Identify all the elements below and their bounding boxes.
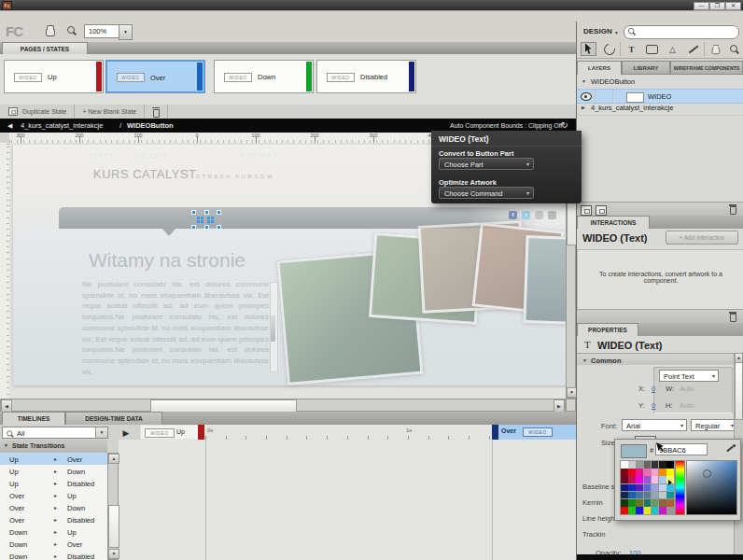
color-swatch[interactable] bbox=[644, 484, 652, 492]
new-layer-icon[interactable] bbox=[581, 205, 592, 216]
canvas-horizontal-scrollbar[interactable]: ◀ ▶ bbox=[0, 399, 566, 412]
transition-row[interactable]: Over▸Down bbox=[0, 501, 107, 514]
over-state-block[interactable]: Over WIDEO bbox=[492, 425, 576, 440]
new-blank-state-button[interactable]: + New Blank State bbox=[75, 105, 145, 119]
layer-row-wideo[interactable]: WIDEO bbox=[577, 89, 743, 104]
color-swatch[interactable] bbox=[652, 499, 659, 507]
color-swatch[interactable] bbox=[659, 484, 666, 492]
color-swatch[interactable] bbox=[636, 492, 643, 499]
color-swatch[interactable] bbox=[652, 507, 659, 514]
chevron-down-icon[interactable]: ▼ bbox=[614, 30, 619, 35]
breadcrumb-path[interactable]: 4_kurs_catalyst_interakcje bbox=[21, 119, 103, 133]
color-swatch[interactable] bbox=[628, 461, 636, 469]
transition-row[interactable]: Down▸Disabled bbox=[0, 550, 107, 560]
delete-layer-icon[interactable] bbox=[729, 204, 736, 214]
color-swatch[interactable] bbox=[666, 492, 674, 499]
restore-button[interactable]: ❐ bbox=[709, 2, 725, 10]
tab-layers[interactable]: LAYERS bbox=[577, 61, 622, 75]
polygon-tool[interactable]: △ bbox=[665, 42, 680, 56]
play-button[interactable]: ▶ bbox=[114, 427, 138, 439]
color-swatch[interactable] bbox=[621, 484, 628, 492]
color-swatch[interactable] bbox=[644, 499, 652, 507]
color-swatch[interactable] bbox=[621, 492, 628, 499]
layer-root-row[interactable]: ▶ 4_kurs_catalyst_interakcje bbox=[577, 104, 743, 116]
line-tool[interactable] bbox=[685, 42, 701, 56]
color-swatch[interactable] bbox=[628, 469, 636, 476]
color-swatch[interactable] bbox=[644, 507, 652, 514]
scroll-down-arrow[interactable]: ▼ bbox=[108, 549, 119, 559]
transform-tool[interactable] bbox=[601, 42, 617, 56]
scroll-thumb[interactable] bbox=[735, 362, 743, 420]
hand-tool[interactable] bbox=[708, 42, 723, 56]
zoom-tool[interactable] bbox=[726, 42, 742, 56]
back-icon[interactable]: ◀ bbox=[7, 119, 12, 133]
color-swatch[interactable] bbox=[644, 492, 652, 499]
color-swatch[interactable] bbox=[652, 484, 659, 492]
state-card-over[interactable]: WIDEO Over bbox=[105, 60, 205, 93]
color-swatch[interactable] bbox=[621, 499, 628, 507]
pages-states-tab[interactable]: PAGES / STATES bbox=[2, 42, 88, 55]
color-swatch[interactable] bbox=[628, 492, 636, 499]
color-swatch[interactable] bbox=[659, 492, 666, 499]
filter-dropdown-arrow[interactable]: ▼ bbox=[95, 427, 107, 438]
transition-row[interactable]: Up▸Disabled bbox=[0, 477, 107, 490]
zoom-tool-icon[interactable] bbox=[66, 25, 77, 36]
color-swatch[interactable] bbox=[652, 469, 659, 476]
color-swatch[interactable] bbox=[621, 469, 628, 476]
selection-handle[interactable] bbox=[204, 225, 209, 230]
transition-row[interactable]: Down▸Over bbox=[0, 538, 107, 551]
color-swatch[interactable] bbox=[636, 476, 643, 483]
scroll-thumb[interactable] bbox=[108, 505, 119, 548]
selection-handle[interactable] bbox=[191, 225, 196, 230]
tab-properties[interactable]: PROPERTIES bbox=[577, 323, 638, 337]
transition-row[interactable]: Over▸Up bbox=[0, 489, 107, 502]
choose-part-dropdown[interactable]: Choose Part bbox=[439, 158, 534, 170]
color-swatch[interactable] bbox=[644, 469, 652, 476]
color-swatch[interactable] bbox=[652, 492, 659, 499]
color-swatch[interactable] bbox=[644, 461, 652, 469]
search-box[interactable] bbox=[624, 25, 739, 39]
color-swatch[interactable] bbox=[666, 499, 674, 507]
disclosure-triangle-icon[interactable]: ▼ bbox=[582, 78, 586, 84]
selection-handle[interactable] bbox=[204, 210, 209, 215]
transition-row[interactable]: Up▸Down bbox=[0, 465, 107, 478]
color-swatch[interactable] bbox=[659, 461, 666, 469]
color-swatch[interactable] bbox=[659, 507, 666, 514]
new-group-icon[interactable] bbox=[596, 205, 607, 216]
saturation-brightness-square[interactable] bbox=[686, 460, 737, 515]
color-swatch[interactable] bbox=[659, 499, 666, 507]
rectangle-tool[interactable] bbox=[644, 42, 660, 56]
color-swatch[interactable] bbox=[666, 469, 674, 476]
zoom-dropdown-arrow[interactable]: ▼ bbox=[119, 24, 133, 40]
workspace-switcher[interactable]: DESIGN bbox=[583, 27, 612, 35]
layer-group-row[interactable]: ▼ WIDEOButton bbox=[577, 77, 743, 89]
tab-interactions[interactable]: INTERACTIONS bbox=[577, 216, 650, 230]
disclosure-triangle-icon[interactable]: ▶ bbox=[582, 105, 585, 110]
color-swatch[interactable] bbox=[636, 461, 643, 469]
selection-handle[interactable] bbox=[217, 210, 221, 215]
color-swatch[interactable] bbox=[636, 484, 643, 492]
delete-state-button[interactable] bbox=[145, 105, 168, 119]
color-swatch[interactable] bbox=[659, 469, 666, 476]
color-swatch[interactable] bbox=[621, 461, 628, 469]
transitions-scrollbar[interactable]: ▲ ▼ bbox=[107, 453, 119, 560]
zoom-level-field[interactable]: 100% bbox=[84, 24, 123, 38]
transition-filter[interactable]: All ▼ bbox=[2, 427, 108, 439]
duplicate-state-button[interactable]: Duplicate State bbox=[0, 105, 75, 119]
y-value[interactable]: 0 bbox=[652, 401, 655, 410]
color-swatch[interactable] bbox=[621, 507, 628, 514]
color-swatch[interactable] bbox=[621, 476, 628, 483]
selection-marquee[interactable] bbox=[192, 211, 220, 229]
tab-timelines[interactable]: TIMELINES bbox=[2, 412, 65, 425]
font-family-dropdown[interactable]: Arial bbox=[622, 419, 687, 431]
selection-tool[interactable] bbox=[581, 42, 596, 56]
text-tool[interactable]: T bbox=[624, 42, 639, 56]
tab-library[interactable]: LIBRARY bbox=[622, 61, 670, 75]
x-value[interactable]: 0 bbox=[652, 385, 655, 393]
color-swatch[interactable] bbox=[636, 499, 643, 507]
hue-slider[interactable] bbox=[675, 460, 685, 515]
color-swatch[interactable] bbox=[636, 469, 643, 476]
from-state-box[interactable]: WIDEO Up bbox=[141, 426, 199, 439]
color-swatch[interactable] bbox=[666, 461, 674, 469]
transition-row[interactable]: Up▸Over bbox=[0, 453, 107, 466]
